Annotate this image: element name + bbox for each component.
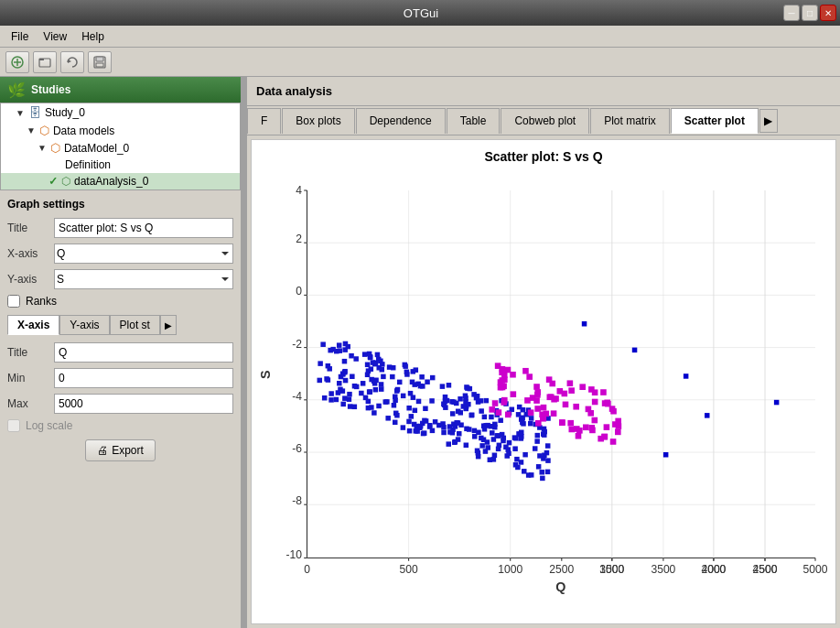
ranks-label: Ranks [26,295,57,308]
max-input[interactable] [54,394,233,414]
min-input[interactable] [54,368,233,388]
scatter-point-magenta [567,420,574,427]
scatter-point-magenta [541,405,547,411]
scatter-point [404,372,410,377]
scatter-point-magenta [562,391,568,397]
scatter-point [350,374,355,380]
scatter-point [373,387,379,393]
scatter-point [521,407,526,413]
folder-icon: 🗄 [28,105,41,120]
tab-table[interactable]: Table [447,108,501,134]
scatter-point [368,355,373,361]
tree-item-definition[interactable]: Definition [1,157,240,173]
sub-title-input[interactable] [54,342,233,363]
yaxis-field-label: Y-axis [7,273,48,286]
studies-header: 🌿 Studies [0,77,241,103]
menu-view[interactable]: View [36,28,74,45]
tree-label-datamodels: Data models [53,125,114,137]
scatter-point [475,394,480,399]
scatter-point [379,382,384,387]
chart-area: Scatter plot: S vs Q 4 2 [251,139,836,624]
scatter-point [476,430,481,436]
sub-title-row: Title [7,342,233,363]
scatter-point [467,427,471,432]
maximize-button[interactable]: □ [802,5,818,21]
scatter-point [361,381,366,386]
tab-cobwebplot[interactable]: Cobweb plot [501,108,589,134]
scatter-point [535,433,541,439]
scatter-point [387,364,393,370]
scatter-point [453,439,458,445]
scatter-point [362,352,368,357]
scatter-point [545,470,551,475]
scatter-point-magenta [492,400,499,406]
close-button[interactable]: ✕ [820,5,836,21]
left-panel: 🌿 Studies ▼ 🗄 Study_0 ▼ ⬡ Data models ▼ … [0,77,242,628]
tab-boxplots[interactable]: Box plots [282,108,354,134]
save-button[interactable] [88,51,112,73]
export-icon: 🖨 [97,444,108,457]
studies-title: Studies [31,83,70,96]
scatter-point-magenta [528,409,534,416]
export-button[interactable]: 🖨 Export [85,439,156,461]
app-title: OTGui [59,6,783,20]
yaxis-select[interactable]: S [54,269,233,289]
scatter-point [582,321,587,327]
svg-rect-7 [96,57,103,61]
datamodels-icon: ⬡ [39,124,49,137]
tree-label-dataanalysis: dataAnalysis_0 [74,175,148,188]
scatter-point [423,406,428,412]
logscale-checkbox[interactable] [7,419,20,432]
tree-item-datamodel0[interactable]: ▼ ⬡ DataModel_0 [1,139,240,157]
tab-scatterplot[interactable]: Scatter plot [671,108,759,134]
ranks-checkbox[interactable] [7,295,20,308]
scatter-point-magenta [511,391,517,397]
menu-help[interactable]: Help [74,28,112,45]
scatter-point [365,373,371,378]
svg-text:0: 0 [296,285,302,298]
tree-item-study[interactable]: ▼ 🗄 Study_0 [1,103,240,122]
sub-tab-xaxis[interactable]: X-axis [7,315,59,335]
minimize-button[interactable]: ─ [783,5,800,21]
check-icon: ✓ [48,175,58,188]
scatter-point [401,425,406,430]
menu-file[interactable]: File [4,28,36,45]
scatter-point [409,414,415,419]
xaxis-field-label: X-axis [7,247,48,260]
right-panel: Data analysis F Box plots Dependence Tab… [247,77,840,628]
refresh-button[interactable] [60,51,84,73]
scatter-point [353,356,359,362]
scatter-point [476,450,481,456]
svg-text:Q: Q [555,579,565,594]
scatter-point [403,363,408,368]
scatter-point-magenta [612,421,619,428]
scatter-point [343,378,349,384]
title-row: Title [7,218,233,238]
tab-f[interactable]: F [247,108,281,134]
sub-tab-next-arrow[interactable]: ▶ [160,315,177,335]
scatter-point [457,431,462,437]
tab-plotmatrix[interactable]: Plot matrix [590,108,670,134]
sub-tab-plotst[interactable]: Plot st [110,315,160,335]
scatter-point [489,424,494,429]
xaxis-select[interactable]: Q [54,244,233,264]
title-input[interactable] [54,218,233,238]
scatter-point [482,415,487,420]
scatter-point [454,420,459,426]
tree-item-datamodels[interactable]: ▼ ⬡ Data models [1,122,240,139]
tree-item-dataanalysis[interactable]: ✓ ⬡ dataAnalysis_0 [1,173,240,189]
scatter-point [464,384,469,390]
scatter-point-magenta [601,434,608,440]
scatter-point [366,399,372,405]
tab-dependence[interactable]: Dependence [356,108,446,134]
sub-tab-yaxis[interactable]: Y-axis [59,315,109,335]
new-button[interactable] [5,51,29,73]
tab-next-arrow[interactable]: ▶ [759,109,778,133]
scatter-point [441,430,447,436]
svg-text:-10: -10 [286,548,303,561]
scatter-point [368,389,373,395]
dataanalysis-icon: ⬡ [61,175,70,188]
open-button[interactable] [33,51,57,73]
tree-label-study: Study_0 [45,106,85,119]
scatter-point [322,395,328,401]
